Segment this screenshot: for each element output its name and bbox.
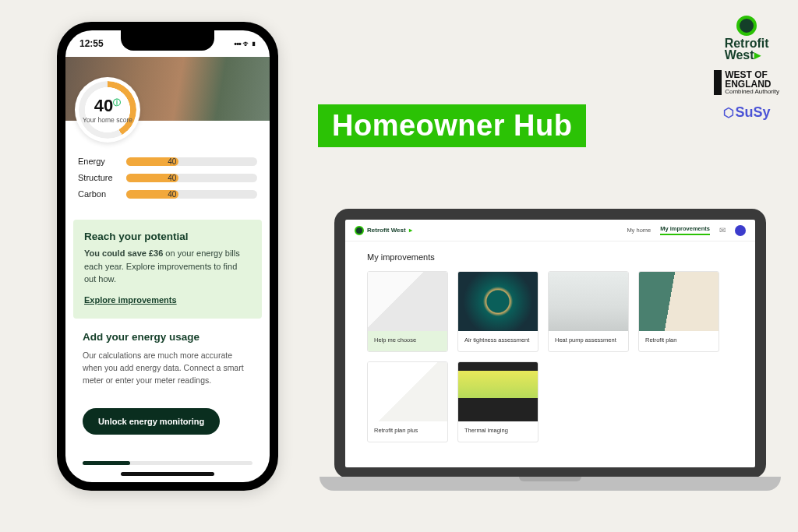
chevron-icon: ▸ (754, 48, 761, 62)
laptop-viewport: Retrofit West▸ My home My improvements ✉… (345, 220, 755, 467)
laptop-base (320, 477, 781, 491)
potential-card: Reach your potential You could save £36 … (73, 220, 262, 319)
card-thumbnail (368, 272, 447, 331)
partner-logos: Retrofit West▸ WEST OF ENGLAND Combined … (714, 16, 779, 121)
bar-track: 40 (126, 190, 257, 199)
bar-track: 40 (126, 174, 257, 182)
card-thumbnail (458, 362, 538, 421)
susy-text: SuSy (736, 104, 771, 121)
logo-text-2: West (725, 48, 754, 62)
card-label: Heat pump assessment (549, 331, 628, 351)
bar-label: Energy (78, 157, 118, 166)
potential-title: Reach your potential (84, 231, 251, 242)
logo-text: Retrofit West (367, 227, 406, 234)
status-time: 12:55 (79, 38, 104, 49)
page-headline: Homeowner Hub (318, 104, 586, 147)
card-label: Retrofit plan (639, 331, 719, 351)
card-retrofit-plan[interactable]: Retrofit plan (638, 271, 719, 352)
app-header: Retrofit West▸ My home My improvements ✉ (345, 220, 755, 241)
energy-usage-title: Add your energy usage (83, 331, 252, 343)
bar-energy: Energy 40 (78, 157, 257, 166)
bar-value: 40 (168, 190, 176, 199)
unlock-energy-button[interactable]: Unlock energy monitoring (83, 408, 220, 435)
laptop-screen: Retrofit West▸ My home My improvements ✉… (334, 209, 766, 478)
status-icons: ••• ᯤ ▮ (234, 39, 256, 48)
explore-improvements-link[interactable]: Explore improvements (84, 295, 177, 305)
retrofit-west-icon (736, 16, 757, 36)
nav-my-home[interactable]: My home (627, 227, 651, 234)
phone-screen: 12:55 ••• ᯤ ▮ 40ⓘ Your home score Energy… (65, 30, 270, 482)
card-air-tightness[interactable]: Air tightness assessment (457, 271, 538, 352)
laptop-mockup: Retrofit West▸ My home My improvements ✉… (320, 209, 781, 491)
home-score-value: 40ⓘ (94, 96, 121, 116)
info-icon[interactable]: ⓘ (113, 98, 121, 107)
phone-notch (121, 30, 214, 51)
potential-body: You could save £36 on your energy bills … (84, 247, 251, 286)
card-thumbnail (549, 272, 628, 331)
mail-icon[interactable]: ✉ (719, 226, 726, 234)
improvements-grid: Help me choose Air tightness assessment … (367, 271, 733, 442)
susy-logo: ⬡SuSy (723, 104, 771, 121)
card-label: Help me choose (368, 331, 447, 351)
retrofit-west-logo: Retrofit West▸ (725, 16, 769, 61)
card-heat-pump[interactable]: Heat pump assessment (548, 271, 629, 352)
card-label: Retrofit plan plus (368, 421, 447, 442)
bar-label: Structure (78, 173, 118, 182)
logo-icon (355, 226, 364, 235)
bar-structure: Structure 40 (78, 173, 257, 182)
card-thumbnail (368, 362, 447, 421)
card-label: Thermal imaging (458, 421, 538, 442)
nav-my-improvements[interactable]: My improvements (660, 225, 710, 235)
avatar[interactable] (735, 225, 746, 236)
bar-label: Carbon (78, 189, 118, 199)
bar-value: 40 (168, 157, 176, 166)
card-thermal-imaging[interactable]: Thermal imaging (457, 361, 538, 442)
header-nav: My home My improvements ✉ (627, 225, 746, 236)
card-thumbnail (458, 272, 538, 331)
card-help-me-choose[interactable]: Help me choose (367, 271, 448, 352)
home-indicator (121, 472, 214, 476)
header-logo[interactable]: Retrofit West▸ (355, 226, 412, 235)
page-body: My improvements Help me choose Air tight… (345, 241, 755, 449)
energy-usage-body: Our calculations are much more accurate … (83, 349, 252, 387)
card-thumbnail (639, 272, 719, 331)
card-retrofit-plan-plus[interactable]: Retrofit plan plus (367, 361, 448, 442)
bar-track: 40 (126, 157, 257, 166)
bar-carbon: Carbon 40 (78, 189, 257, 199)
bar-value: 40 (168, 174, 176, 182)
home-score-label: Your home score (83, 116, 132, 124)
hex-icon: ⬡ (723, 105, 734, 120)
chevron-icon: ▸ (409, 227, 412, 234)
phone-mockup: 12:55 ••• ᯤ ▮ 40ⓘ Your home score Energy… (57, 22, 278, 491)
energy-usage-card: Add your energy usage Our calculations a… (75, 329, 260, 398)
woe-sub: Combined Authority (725, 89, 779, 95)
home-score-ring[interactable]: 40ⓘ Your home score (75, 77, 140, 143)
west-of-england-logo: WEST OF ENGLAND Combined Authority (714, 70, 779, 95)
hero-image: 40ⓘ Your home score (65, 57, 270, 121)
page-title: My improvements (367, 252, 733, 262)
scroll-progress (83, 461, 252, 465)
card-label: Air tightness assessment (458, 331, 538, 351)
